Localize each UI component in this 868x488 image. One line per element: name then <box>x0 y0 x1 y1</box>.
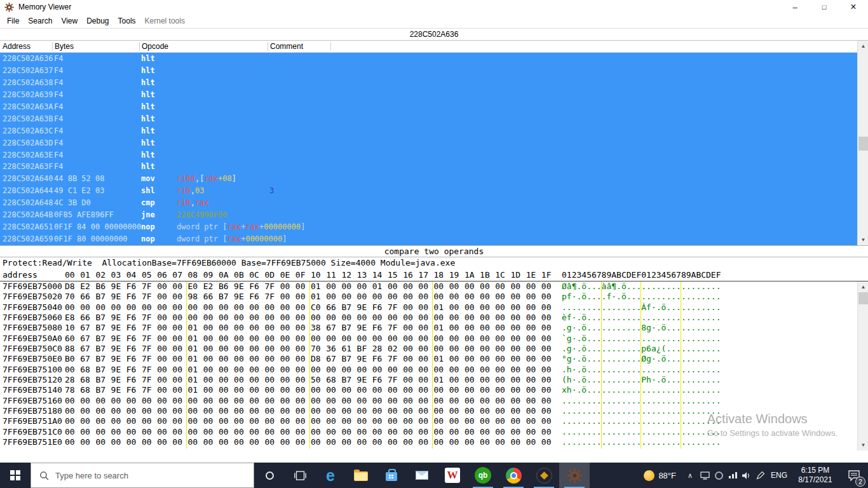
gold-app-icon <box>536 468 552 484</box>
hex-row[interactable]: 7FF69EB751800000000000000000000000000000… <box>0 406 868 416</box>
disasm-row[interactable]: 228C502A63EF4hlt <box>0 149 857 161</box>
taskbar-item-store[interactable] <box>376 463 407 488</box>
disasm-row[interactable]: 228C502A64449 C1 E2 03shlr10,033 <box>0 185 857 197</box>
menu-kernel-tools[interactable]: Kernel tools <box>140 15 189 27</box>
hex-row[interactable]: 7FF69EB751000068B79EF67F0000010000000000… <box>0 365 868 375</box>
taskbar: Type here to search e W qb <box>0 463 868 488</box>
scroll-up-icon[interactable]: ▲ <box>858 281 868 292</box>
disassembly-rows: 228C502A636F4hlt228C502A637F4hlt228C502A… <box>0 53 868 245</box>
taskbar-item-explorer[interactable] <box>346 463 376 488</box>
hex-row[interactable]: 7FF69EB750400000000000000000000000000000… <box>0 302 868 313</box>
language-indicator[interactable]: ENG <box>768 471 790 480</box>
column-comment: Comment <box>270 42 303 51</box>
onedrive-tray-icon[interactable] <box>712 471 726 480</box>
window-title: Memory Viewer <box>18 3 71 11</box>
taskbar-item-w-app[interactable]: W <box>437 463 468 488</box>
disasm-row[interactable]: 228C502A63CF4hlt <box>0 125 857 137</box>
scrollbar-thumb[interactable] <box>858 137 868 151</box>
clock-date: 8/17/2021 <box>790 475 840 485</box>
menu-view[interactable]: View <box>57 15 82 27</box>
disasm-row[interactable]: 228C502A63FF4hlt <box>0 161 857 173</box>
hex-scrollbar[interactable]: ▲ ▼ <box>857 281 868 451</box>
disasm-row[interactable]: 228C502A63DF4hlt <box>0 137 857 149</box>
volume-tray-icon[interactable] <box>740 471 754 480</box>
disasm-row[interactable]: 228C502A64044 8B 52 08movr10d,[rdx+08] <box>0 173 857 185</box>
taskbar-item-quickbooks[interactable]: qb <box>468 463 498 488</box>
taskbar-item-mail[interactable] <box>407 463 437 488</box>
weather-widget[interactable]: 88°F <box>637 470 682 481</box>
action-center-button[interactable]: 2 <box>840 463 868 488</box>
search-icon <box>39 471 49 480</box>
hex-row[interactable]: 7FF69EB750801067B79EF67F0000010000000000… <box>0 323 868 333</box>
menu-tools[interactable]: Tools <box>114 15 140 27</box>
memory-viewer-window: Memory Viewer – □ × File Search View Deb… <box>0 0 868 488</box>
scroll-down-icon[interactable]: ▼ <box>858 440 868 451</box>
taskbar-item-cheat-engine[interactable] <box>559 463 590 488</box>
disasm-row[interactable]: 228C502A64B0F85 AFE896FFjne228C4998F00 <box>0 209 857 221</box>
task-view-icon <box>294 471 306 480</box>
weather-sun-icon <box>644 470 654 481</box>
disassembly-scrollbar[interactable]: ▲ ▼ <box>857 41 868 245</box>
task-view-button[interactable] <box>285 463 315 488</box>
disasm-row[interactable]: 228C502A638F4hlt <box>0 77 857 89</box>
cheat-engine-gear-icon <box>567 468 583 484</box>
search-placeholder: Type here to search <box>55 471 128 480</box>
maximize-button[interactable]: □ <box>810 0 839 14</box>
app-gear-icon <box>4 3 14 12</box>
start-button[interactable] <box>0 463 31 488</box>
hex-row[interactable]: 7FF69EB75060E866B79EF67F0000000000000000… <box>0 313 868 323</box>
taskbar-search[interactable]: Type here to search <box>31 463 254 488</box>
disasm-row[interactable]: 228C502A63BF4hlt <box>0 113 857 125</box>
display-tray-icon[interactable] <box>698 471 712 480</box>
scrollbar-thumb[interactable] <box>858 292 868 304</box>
hex-row[interactable]: 7FF69EB751E00000000000000000000000000000… <box>0 437 868 447</box>
disassembly-column-header: Address Bytes Opcode Comment <box>0 41 868 53</box>
taskbar-clock[interactable]: 6:15 PM 8/17/2021 <box>790 466 840 485</box>
disasm-row[interactable]: 228C502A6484C 3B D0cmpr10,rax <box>0 197 857 209</box>
hex-row[interactable]: 7FF69EB751407868B79EF67F0000010000000000… <box>0 385 868 395</box>
taskbar-item-chrome[interactable] <box>498 463 529 488</box>
taskbar-item-gold-app[interactable] <box>529 463 559 488</box>
scroll-up-icon[interactable]: ▲ <box>858 41 868 51</box>
hex-row[interactable]: 7FF69EB750C08867B79EF67F0000010000000000… <box>0 344 868 354</box>
address-nav-bar[interactable]: 228C502A636 <box>0 28 868 41</box>
disasm-row[interactable]: 228C502A639F4hlt <box>0 89 857 101</box>
mail-icon <box>416 471 428 480</box>
hex-row[interactable]: 7FF69EB751A00000000000000000000000000000… <box>0 416 868 426</box>
disasm-row[interactable]: 228C502A6590F1F 80 00000000nopdword ptr … <box>0 233 857 245</box>
cortana-button[interactable] <box>254 463 285 488</box>
hex-row[interactable]: 7FF69EB751600000000000000000000000000000… <box>0 396 868 406</box>
network-tray-icon[interactable] <box>726 471 740 479</box>
title-bar: Memory Viewer – □ × <box>0 0 868 14</box>
hex-rows: 7FF69EB75000D8E2B69EF67F0000E0E2B69EF67F… <box>0 281 868 448</box>
column-opcode: Opcode <box>142 42 168 51</box>
menu-search[interactable]: Search <box>24 15 57 27</box>
hex-row[interactable]: 7FF69EB751202868B79EF67F0000010000000000… <box>0 375 868 385</box>
taskbar-item-edge[interactable]: e <box>315 463 346 488</box>
minimize-button[interactable]: – <box>780 0 810 14</box>
disasm-row[interactable]: 228C502A63AF4hlt <box>0 101 857 113</box>
hex-row[interactable]: 7FF69EB750207066B79EF67F00009866B79EF67F… <box>0 292 868 302</box>
pen-tray-icon[interactable] <box>754 471 768 480</box>
menu-file[interactable]: File <box>3 15 24 27</box>
hex-row[interactable]: 7FF69EB750A06067B79EF67F0000010000000000… <box>0 334 868 344</box>
hex-row[interactable]: 7FF69EB751C00000000000000000000000000000… <box>0 427 868 437</box>
hex-row[interactable]: 7FF69EB750E0B067B79EF67F0000010000000000… <box>0 354 868 364</box>
instruction-description: compare two operands <box>0 245 868 257</box>
store-icon <box>386 472 397 481</box>
column-bytes: Bytes <box>55 42 74 51</box>
menu-bar: File Search View Debug Tools Kernel tool… <box>0 14 868 28</box>
disasm-row[interactable]: 228C502A6510F1F 84 00 00000000nopdword p… <box>0 221 857 233</box>
hex-row[interactable]: 7FF69EB75000D8E2B69EF67F0000E0E2B69EF67F… <box>0 281 868 292</box>
clock-time: 6:15 PM <box>790 466 840 475</box>
disasm-row[interactable]: 228C502A636F4hlt <box>0 53 857 65</box>
scroll-down-icon[interactable]: ▼ <box>858 234 868 245</box>
disasm-row[interactable]: 228C502A637F4hlt <box>0 65 857 77</box>
disassembly-panel: Address Bytes Opcode Comment 228C502A636… <box>0 41 868 245</box>
hex-offsets: 000102030405060708090A0B0C0D0E0F10111213… <box>65 269 557 281</box>
tray-expand-button[interactable]: ∧ <box>682 471 698 480</box>
windows-logo-icon <box>10 470 20 480</box>
close-button[interactable]: × <box>839 0 868 14</box>
hex-address-label: address <box>3 269 37 281</box>
menu-debug[interactable]: Debug <box>82 15 113 27</box>
